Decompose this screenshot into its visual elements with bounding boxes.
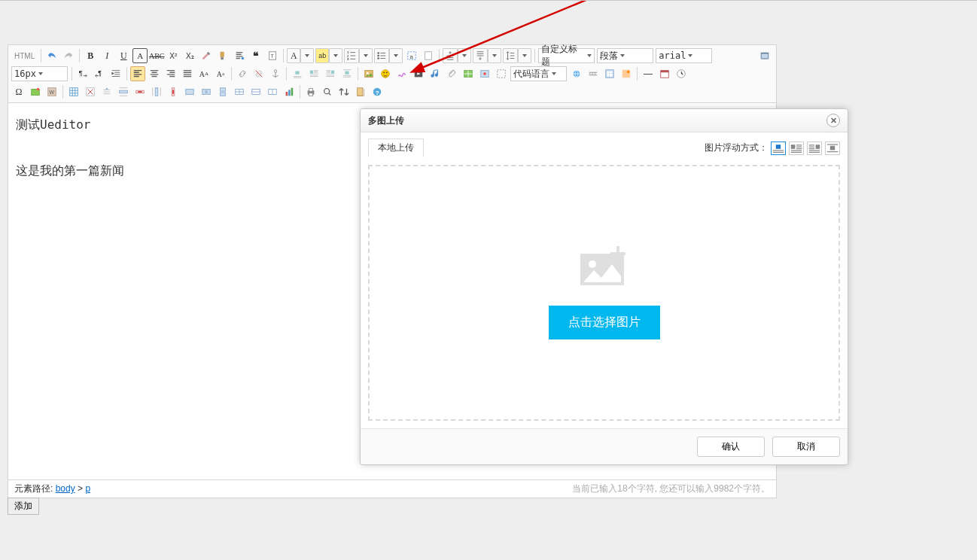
directionality-ltr-button[interactable]: ¶ <box>75 66 90 81</box>
add-button[interactable]: 添加 <box>8 498 39 515</box>
path-p-link[interactable]: p <box>85 483 90 494</box>
fullscreen-button[interactable] <box>756 48 773 63</box>
selectall-button[interactable]: a <box>404 48 419 63</box>
attachment-button[interactable] <box>444 66 459 81</box>
spechars-button[interactable]: Ω <box>11 84 26 99</box>
rowspacingbottom-dropdown[interactable] <box>488 48 501 63</box>
link-button[interactable] <box>235 66 250 81</box>
cleardoc-button[interactable] <box>421 48 436 63</box>
insertvideo-button[interactable] <box>411 66 426 81</box>
music-button[interactable] <box>428 66 443 81</box>
close-icon[interactable]: ✕ <box>826 114 840 127</box>
rowspacingtop-button[interactable] <box>443 48 458 63</box>
insertframe-button[interactable] <box>494 66 509 81</box>
ok-button[interactable]: 确认 <box>697 437 765 457</box>
touppercase-button[interactable]: AA <box>196 66 212 81</box>
justifyright-button[interactable] <box>163 66 178 81</box>
rowspacingtop-dropdown[interactable] <box>458 48 471 63</box>
backcolor-dropdown[interactable] <box>329 48 342 63</box>
map-button[interactable] <box>461 66 476 81</box>
insertrow-button[interactable] <box>116 84 131 99</box>
unorderedlist-button[interactable] <box>374 48 389 63</box>
pasteplain-button[interactable]: T <box>265 48 280 63</box>
snapscreen-button[interactable] <box>28 84 43 99</box>
scrawl-button[interactable] <box>394 66 409 81</box>
autotypeset-button[interactable] <box>232 48 247 63</box>
justifycenter-button[interactable] <box>147 66 162 81</box>
anchor-button[interactable] <box>268 66 283 81</box>
tolowercase-button[interactable]: Aa <box>213 66 228 81</box>
rowspacingbottom-button[interactable] <box>473 48 488 63</box>
redo-button[interactable] <box>61 48 76 63</box>
horizontal-button[interactable]: — <box>641 66 656 81</box>
template-button[interactable] <box>602 66 617 81</box>
source-button[interactable]: HTML <box>11 48 38 63</box>
imageleft-button[interactable] <box>306 66 321 81</box>
unlink-button[interactable] <box>251 66 266 81</box>
customstyle-select[interactable]: 自定义标题 <box>538 48 595 63</box>
charts-button[interactable] <box>282 84 297 99</box>
print-button[interactable] <box>303 84 318 99</box>
emotion-button[interactable] <box>378 66 393 81</box>
subscript-button[interactable]: X₂ <box>182 48 197 63</box>
indent-button[interactable] <box>108 66 123 81</box>
deleterow-button[interactable] <box>132 84 148 99</box>
lineheight-dropdown[interactable] <box>518 48 531 63</box>
paragraph-select[interactable]: 段落 <box>597 48 653 63</box>
pagebreak-button[interactable] <box>586 66 601 81</box>
time-button[interactable] <box>674 66 689 81</box>
directionality-rtl-button[interactable]: ¶ <box>92 66 107 81</box>
lineheight-button[interactable] <box>503 48 518 63</box>
gmap-button[interactable] <box>477 66 492 81</box>
splittocells-button[interactable] <box>232 84 247 99</box>
unorderedlist-dropdown[interactable] <box>389 48 403 63</box>
background-button[interactable] <box>619 66 634 81</box>
justifyleft-button[interactable] <box>130 66 145 81</box>
float-left-button[interactable] <box>789 142 804 155</box>
mergeright-button[interactable] <box>199 84 214 99</box>
strikethrough-button[interactable]: ABC <box>149 48 164 63</box>
mergedown-button[interactable] <box>215 84 230 99</box>
removeformat-button[interactable] <box>199 48 214 63</box>
drafts-button[interactable] <box>353 84 368 99</box>
date-button[interactable] <box>657 66 672 81</box>
insertparagraphbefore-button[interactable] <box>99 84 114 99</box>
float-none-button[interactable] <box>771 142 786 155</box>
imageright-button[interactable] <box>323 66 338 81</box>
float-right-button[interactable] <box>807 142 822 155</box>
orderedlist-button[interactable]: 123 <box>344 48 359 63</box>
fontsize-select[interactable]: 16px <box>11 66 68 81</box>
splittorows-button[interactable] <box>248 84 263 99</box>
forecolor-button[interactable]: A <box>287 48 300 63</box>
select-image-button[interactable]: 点击选择图片 <box>549 306 660 339</box>
mergecells-button[interactable] <box>182 84 197 99</box>
deletecol-button[interactable] <box>166 84 181 99</box>
backcolor-button[interactable]: ab <box>315 48 329 63</box>
webapp-button[interactable] <box>569 66 584 81</box>
bold-button[interactable]: B <box>83 48 98 63</box>
italic-button[interactable]: I <box>99 48 114 63</box>
imagenone-button[interactable] <box>290 66 305 81</box>
preview-button[interactable] <box>320 84 335 99</box>
orderedlist-dropdown[interactable] <box>359 48 373 63</box>
insertcol-button[interactable] <box>149 84 164 99</box>
imagecenter-button[interactable] <box>339 66 355 81</box>
float-center-button[interactable] <box>825 142 840 155</box>
searchreplace-button[interactable] <box>336 84 352 99</box>
justifyfull-button[interactable] <box>180 66 195 81</box>
path-body-link[interactable]: body <box>56 483 75 494</box>
cancel-button[interactable]: 取消 <box>772 437 840 457</box>
formatmatch-button[interactable] <box>215 48 230 63</box>
deletetable-button[interactable] <box>83 84 98 99</box>
tab-local-upload[interactable]: 本地上传 <box>368 138 424 157</box>
insertcode-select[interactable]: 代码语言 <box>510 66 567 81</box>
fontfamily-select[interactable]: arial <box>656 48 712 63</box>
fontborder-button[interactable]: A <box>132 48 148 63</box>
upload-dropzone[interactable]: 点击选择图片 <box>368 165 840 421</box>
help-button[interactable]: ? <box>370 84 385 99</box>
wordimage-button[interactable]: W <box>44 84 59 99</box>
superscript-button[interactable]: X² <box>166 48 181 63</box>
splittocols-button[interactable] <box>265 84 280 99</box>
simpleupload-button[interactable] <box>361 66 376 81</box>
undo-button[interactable] <box>44 48 59 63</box>
